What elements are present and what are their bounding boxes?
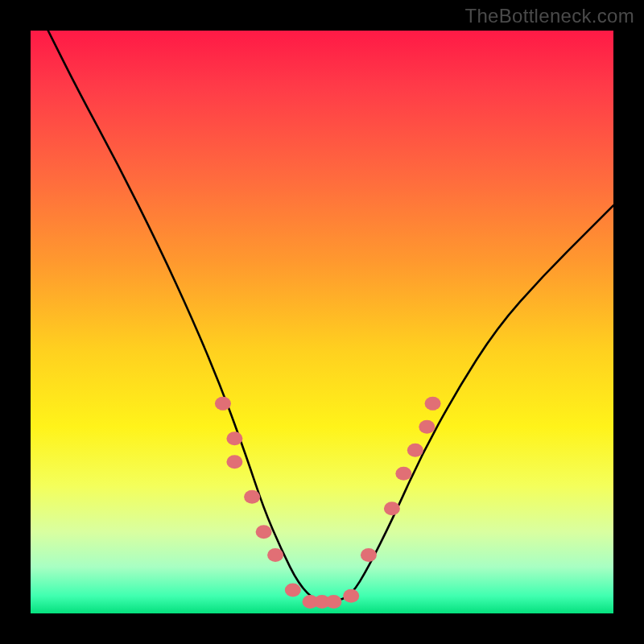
plot-area	[31, 31, 613, 613]
data-marker	[226, 455, 242, 469]
data-markers	[215, 397, 441, 609]
data-marker	[419, 420, 435, 434]
bottleneck-chart-svg	[31, 31, 613, 613]
data-marker	[267, 548, 283, 562]
data-marker	[325, 595, 341, 609]
curve-group	[48, 31, 613, 602]
data-marker	[285, 584, 301, 597]
watermark-text: TheBottleneck.com	[464, 5, 634, 27]
data-marker	[244, 490, 260, 504]
data-marker	[395, 467, 411, 481]
data-marker	[425, 397, 441, 411]
data-marker	[343, 589, 359, 603]
data-marker	[226, 431, 242, 445]
bottleneck-curve	[48, 31, 613, 602]
data-marker	[256, 525, 272, 539]
chart-frame: TheBottleneck.com	[0, 0, 644, 644]
data-marker	[384, 502, 400, 515]
data-marker	[361, 548, 377, 562]
data-marker	[215, 397, 231, 411]
data-marker	[407, 444, 423, 457]
